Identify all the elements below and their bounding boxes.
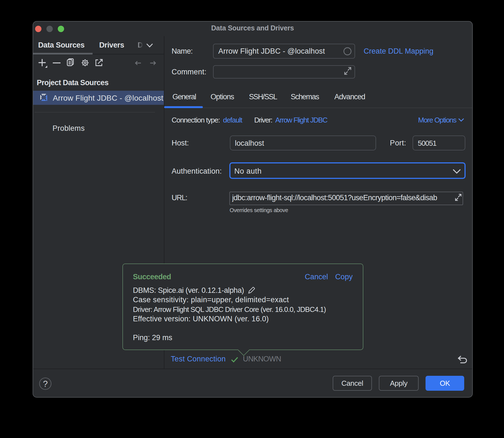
svg-text:?: ? xyxy=(43,379,48,389)
